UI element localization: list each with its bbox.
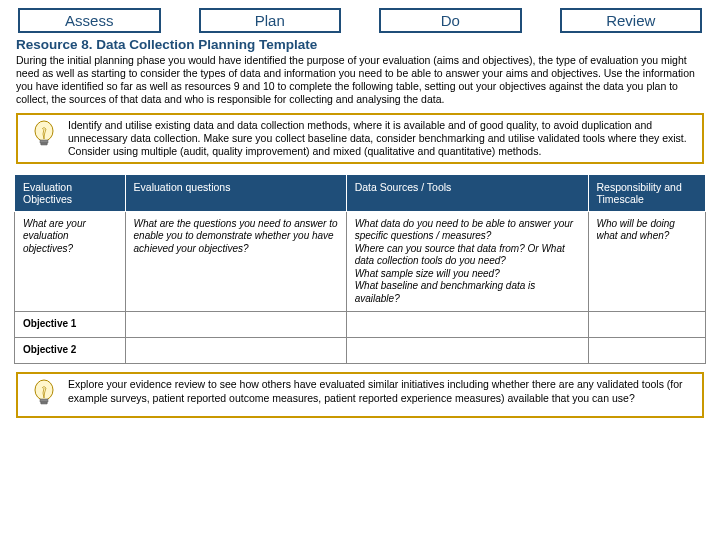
cell-empty [125,312,346,338]
phase-assess: Assess [18,8,161,33]
cell-empty [346,312,588,338]
row-label-1: Objective 1 [15,312,126,338]
row-label-2: Objective 2 [15,338,126,364]
guidance-questions: What are the questions you need to answe… [125,211,346,312]
planning-table: Evaluation Objectives Evaluation questio… [14,174,706,365]
callout-bottom-text: Explore your evidence review to see how … [64,378,696,404]
header-responsibility: Responsibility and Timescale [588,174,706,211]
callout-top-text: Identify and utilise existing data and d… [64,119,696,158]
page-title: Resource 8. Data Collection Planning Tem… [16,37,706,52]
guidance-datasources: What data do you need to be able to answ… [346,211,588,312]
cell-empty [588,312,706,338]
phase-row: Assess Plan Do Review [14,8,706,33]
lightbulb-icon [24,119,64,153]
guidance-objectives: What are your evaluation objectives? [15,211,126,312]
cell-empty [588,338,706,364]
table-row: Objective 1 [15,312,706,338]
table-guidance-row: What are your evaluation objectives? Wha… [15,211,706,312]
callout-top: Identify and utilise existing data and d… [16,113,704,164]
callout-bottom: Explore your evidence review to see how … [16,372,704,418]
guidance-responsibility: Who will be doing what and when? [588,211,706,312]
phase-plan: Plan [199,8,342,33]
cell-empty [346,338,588,364]
cell-empty [125,338,346,364]
header-datasources: Data Sources / Tools [346,174,588,211]
intro-text: During the initial planning phase you wo… [16,54,704,107]
table-row: Objective 2 [15,338,706,364]
header-questions: Evaluation questions [125,174,346,211]
lightbulb-icon [24,378,64,412]
phase-do: Do [379,8,522,33]
phase-review: Review [560,8,703,33]
header-objectives: Evaluation Objectives [15,174,126,211]
table-header-row: Evaluation Objectives Evaluation questio… [15,174,706,211]
